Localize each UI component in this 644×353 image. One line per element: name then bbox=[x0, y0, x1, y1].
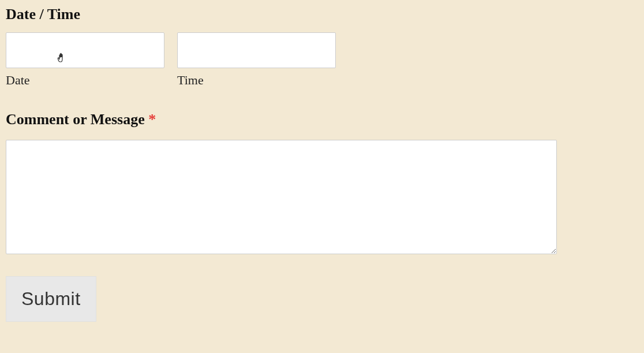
date-sublabel: Date bbox=[6, 73, 164, 88]
comment-textarea[interactable] bbox=[6, 140, 557, 254]
datetime-row: Date Time bbox=[6, 32, 638, 88]
time-sublabel: Time bbox=[177, 73, 336, 88]
time-column: Time bbox=[177, 32, 336, 88]
comment-heading-text: Comment or Message bbox=[6, 111, 148, 128]
submit-button[interactable]: Submit bbox=[6, 276, 96, 322]
form-container: Date / Time Date Time Comment or Message… bbox=[6, 6, 638, 322]
datetime-heading: Date / Time bbox=[6, 6, 638, 23]
date-input[interactable] bbox=[6, 32, 164, 68]
time-input[interactable] bbox=[177, 32, 336, 68]
required-asterisk: * bbox=[148, 111, 156, 128]
date-column: Date bbox=[6, 32, 164, 88]
comment-heading: Comment or Message * bbox=[6, 111, 638, 128]
